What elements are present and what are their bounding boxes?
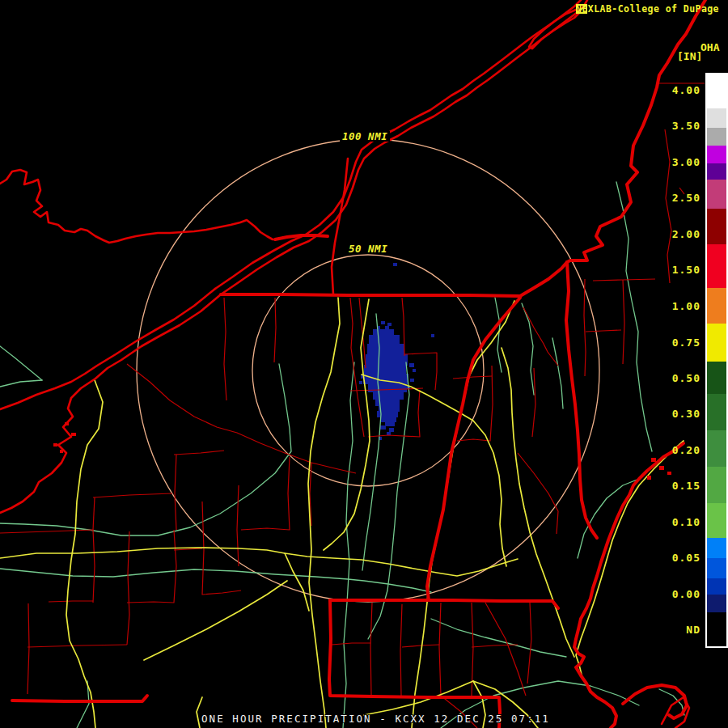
colorbar-label: 0.15 <box>650 480 700 492</box>
colorbar-label: 2.00 <box>650 229 700 240</box>
radar-map <box>0 0 728 728</box>
colorbar-label: 0.75 <box>650 337 700 349</box>
page-title: NEXLAB-College of DuPage <box>576 4 719 14</box>
radar-screen: 100 NMI 50 NMI NEXLAB-College of DuPage … <box>0 0 728 728</box>
status-bar: ONE HOUR PRECIPITATION - KCXX 12 DEC 25 … <box>201 713 550 725</box>
colorbar-label: 1.00 <box>650 301 700 312</box>
colorbar-swatch <box>707 430 726 467</box>
colorbar-swatch <box>707 503 726 538</box>
colorbar-label: 3.00 <box>650 157 700 168</box>
colorbar-swatch <box>707 180 726 209</box>
colorbar-swatch <box>707 578 726 595</box>
colorbar-swatch <box>707 74 726 108</box>
range-ring-label-50nmi: 50 NMI <box>346 243 390 254</box>
colorbar-swatch <box>707 612 726 646</box>
colorbar-swatch <box>707 558 726 578</box>
colorbar-label: 0.30 <box>650 408 700 420</box>
colorbar-product-code: OHA <box>700 42 719 53</box>
colorbar-label: 2.50 <box>650 193 700 204</box>
colorbar-label: 0.50 <box>650 373 700 384</box>
colorbar-label: 4.00 <box>650 85 700 96</box>
colorbar-label: 0.00 <box>650 589 700 600</box>
colorbar-label: 0.10 <box>650 517 700 528</box>
river-lines <box>0 182 684 728</box>
colorbar <box>705 73 728 648</box>
colorbar-swatch <box>707 108 726 128</box>
colorbar-swatch <box>707 538 726 558</box>
colorbar-label: 0.05 <box>650 552 700 564</box>
precipitation-echoes <box>359 263 434 440</box>
colorbar-swatch <box>707 209 726 244</box>
colorbar-swatch <box>707 146 726 163</box>
colorbar-label: 1.50 <box>650 265 700 276</box>
colorbar-label: 3.50 <box>650 121 700 132</box>
colorbar-units: [IN] <box>677 51 702 61</box>
colorbar-label: ND <box>650 624 700 636</box>
colorbar-label: 0.20 <box>650 445 700 456</box>
colorbar-swatch <box>707 467 726 503</box>
colorbar-swatch <box>707 244 726 288</box>
colorbar-swatch <box>707 595 726 612</box>
colorbar-swatch <box>707 163 726 180</box>
title-bar: NEXLAB-College of DuPage <box>576 4 723 14</box>
colorbar-swatch <box>707 362 726 394</box>
colorbar-swatch <box>707 288 726 324</box>
range-ring-label-100nmi: 100 NMI <box>340 131 390 142</box>
county-lines <box>0 83 705 728</box>
colorbar-swatch <box>707 128 726 146</box>
colorbar-swatch <box>707 324 726 362</box>
colorbar-swatch <box>707 394 726 430</box>
